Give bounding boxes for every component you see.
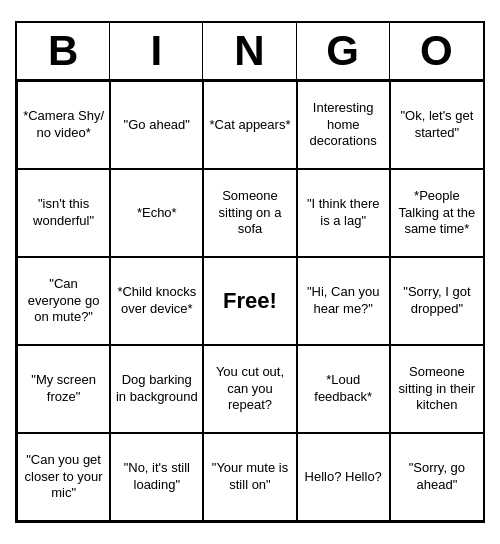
- bingo-letter-g: G: [297, 23, 390, 79]
- bingo-cell-16: Dog barking in background: [110, 345, 203, 433]
- bingo-cell-19: Someone sitting in their kitchen: [390, 345, 483, 433]
- bingo-cell-20: "Can you get closer to your mic": [17, 433, 110, 521]
- bingo-cell-24: "Sorry, go ahead": [390, 433, 483, 521]
- bingo-letter-i: I: [110, 23, 203, 79]
- bingo-cell-22: "Your mute is still on": [203, 433, 296, 521]
- bingo-cell-21: "No, it's still loading": [110, 433, 203, 521]
- bingo-header: BINGO: [17, 23, 483, 81]
- bingo-cell-4: "Ok, let's get started": [390, 81, 483, 169]
- bingo-card: BINGO *Camera Shy/ no video*"Go ahead"*C…: [15, 21, 485, 523]
- bingo-cell-13: "Hi, Can you hear me?": [297, 257, 390, 345]
- bingo-cell-1: "Go ahead": [110, 81, 203, 169]
- bingo-cell-17: You cut out, can you repeat?: [203, 345, 296, 433]
- bingo-cell-7: Someone sitting on a sofa: [203, 169, 296, 257]
- bingo-cell-15: "My screen froze": [17, 345, 110, 433]
- bingo-letter-o: O: [390, 23, 483, 79]
- bingo-cell-8: "I think there is a lag": [297, 169, 390, 257]
- bingo-letter-b: B: [17, 23, 110, 79]
- bingo-cell-11: *Child knocks over device*: [110, 257, 203, 345]
- bingo-cell-10: "Can everyone go on mute?": [17, 257, 110, 345]
- bingo-cell-18: *Loud feedback*: [297, 345, 390, 433]
- bingo-cell-5: "isn't this wonderful": [17, 169, 110, 257]
- bingo-cell-0: *Camera Shy/ no video*: [17, 81, 110, 169]
- bingo-cell-2: *Cat appears*: [203, 81, 296, 169]
- bingo-cell-23: Hello? Hello?: [297, 433, 390, 521]
- bingo-cell-6: *Echo*: [110, 169, 203, 257]
- bingo-grid: *Camera Shy/ no video*"Go ahead"*Cat app…: [17, 81, 483, 521]
- bingo-cell-3: Interesting home decorations: [297, 81, 390, 169]
- bingo-letter-n: N: [203, 23, 296, 79]
- bingo-cell-14: "Sorry, I got dropped": [390, 257, 483, 345]
- bingo-cell-9: *People Talking at the same time*: [390, 169, 483, 257]
- bingo-cell-12: Free!: [203, 257, 296, 345]
